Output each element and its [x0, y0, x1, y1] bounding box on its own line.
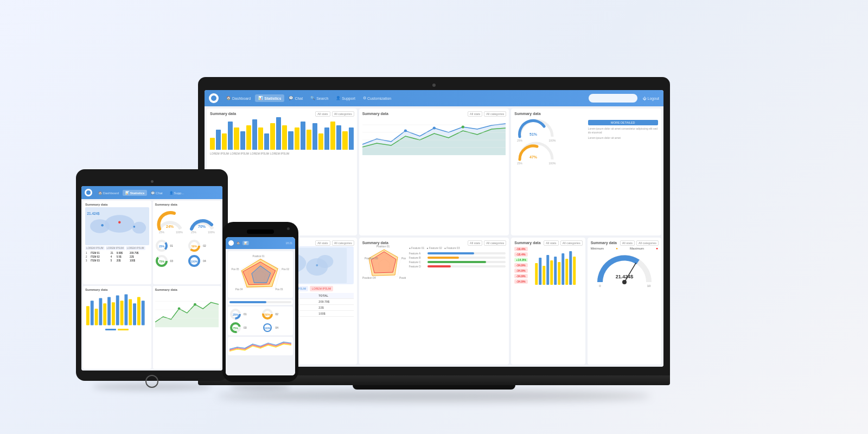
svg-text:25%: 25% — [191, 231, 197, 234]
card2-filter2[interactable]: All categories — [484, 111, 506, 117]
bar-20 — [330, 122, 335, 150]
tablet-device: 🏠 Dashboard 📊 Statistics 💬 Chat 👤 Supp..… — [76, 169, 228, 391]
tablet-nav-chat[interactable]: 💬 Chat — [148, 190, 165, 196]
svg-text:21.424$: 21.424$ — [87, 212, 100, 216]
laptop-nav: 🏠 Dashboard 📊 Statistics 💬 Chat 🔍 Search… — [205, 90, 663, 106]
laptop-logo — [209, 93, 219, 103]
phone-nav: 🏠 📊 18:21 — [226, 237, 295, 249]
phone-nav-dashboard[interactable]: 🏠 — [235, 241, 241, 245]
card1-filters: All stats All categories — [315, 111, 354, 117]
tablet-map: 21.424$ — [85, 207, 149, 245]
card2-filter1[interactable]: All stats — [468, 111, 482, 117]
nav-item-chat[interactable]: 💬 Chat — [285, 94, 306, 102]
svg-text:25%: 25% — [233, 313, 239, 316]
bar-14 — [295, 127, 299, 150]
nav-item-search[interactable]: 🔍 Search — [307, 94, 331, 102]
svg-text:25%: 25% — [159, 231, 165, 234]
laptop-shadow — [217, 391, 651, 401]
svg-text:21.424$: 21.424$ — [616, 274, 634, 279]
svg-rect-34 — [535, 263, 538, 285]
tablet-nav-support[interactable]: 👤 Supp... — [167, 190, 187, 196]
bar-9 — [264, 133, 269, 150]
tablet-nav-dashboard[interactable]: 🏠 Dashboard — [95, 190, 122, 196]
svg-point-90 — [193, 303, 196, 305]
card4-filter1[interactable]: All stats — [315, 240, 330, 246]
card1-filter2[interactable]: All categories — [332, 111, 354, 117]
svg-text:Position 02: Position 02 — [401, 257, 406, 260]
card6b-f2[interactable]: All categories — [636, 240, 659, 246]
svg-rect-78 — [99, 298, 102, 325]
laptop-card-linechart: Summary data All stats All categories — [359, 108, 509, 235]
bar-22 — [342, 131, 347, 150]
svg-rect-44 — [573, 257, 576, 285]
bar-18 — [318, 133, 323, 150]
card6a-f1[interactable]: All stats — [544, 240, 558, 246]
card6b-f1[interactable]: All stats — [620, 240, 635, 246]
svg-text:Position 01: Position 01 — [376, 245, 390, 248]
svg-rect-76 — [91, 301, 94, 325]
bar-13 — [288, 131, 293, 150]
bar-6 — [246, 125, 251, 150]
tablet-nav-statistics[interactable]: 📊 Statistics — [123, 190, 147, 196]
phone-content: Position 01 Pos 02 Pos 03 Pos 04 Pos 05 — [226, 249, 295, 375]
svg-rect-40 — [558, 262, 560, 285]
tablet-table: 1ITEM 01219.99$209.79$ 2ITEM 0245.5$22$ … — [85, 251, 149, 263]
scene: 🏠 Dashboard 📊 Statistics 💬 Chat 🔍 Search… — [11, 11, 857, 423]
svg-text:100%: 100% — [208, 231, 215, 234]
svg-point-17 — [317, 255, 333, 268]
tablet-body: 🏠 Dashboard 📊 Statistics 💬 Chat 👤 Supp..… — [76, 169, 228, 381]
svg-point-1 — [432, 127, 435, 130]
phone-nav-statistics[interactable]: 📊 — [242, 241, 249, 245]
phone-shadow — [231, 384, 290, 391]
svg-text:100%: 100% — [264, 327, 271, 330]
nav-item-support[interactable]: 👤 Support — [333, 94, 359, 102]
svg-rect-83 — [120, 301, 124, 325]
phone-progress-card — [228, 299, 293, 305]
svg-rect-85 — [129, 299, 132, 325]
card5-filter2[interactable]: All categories — [484, 240, 506, 246]
svg-point-46 — [622, 280, 627, 284]
nav-item-statistics[interactable]: 📊 Statistics — [255, 94, 284, 102]
bar-4 — [234, 127, 239, 150]
card4-filter2[interactable]: All categories — [332, 240, 354, 246]
radar-chart: Position 01 Position 02 Position 03 Posi… — [362, 246, 406, 284]
phone-camera — [287, 227, 290, 230]
bar-2 — [222, 133, 227, 150]
laptop-card-last: Summary data All stats All categories -1… — [511, 238, 661, 365]
more-detailed-button[interactable]: MORE DETAILED — [588, 120, 658, 125]
svg-rect-42 — [565, 259, 568, 285]
card6a-f2[interactable]: All categories — [560, 240, 583, 246]
svg-text:Pos 05: Pos 05 — [232, 268, 239, 271]
card2-filters: All stats All categories — [468, 111, 506, 117]
svg-rect-82 — [116, 295, 119, 325]
svg-rect-80 — [107, 297, 111, 325]
svg-rect-41 — [561, 253, 564, 285]
svg-text:24%: 24% — [165, 225, 174, 228]
card5-filter1[interactable]: All stats — [468, 240, 482, 246]
tablet-logo-inner — [86, 190, 91, 195]
svg-text:50%: 50% — [264, 313, 270, 316]
svg-text:25%: 25% — [158, 245, 164, 248]
nav-logout[interactable]: ⏻ Logout — [643, 97, 659, 100]
tablet-nav: 🏠 Dashboard 📊 Statistics 💬 Chat 👤 Supp..… — [81, 186, 222, 199]
tablet-card-barchart: Summary data — [83, 286, 151, 369]
laptop-card-gauge: Summary data 51% 25% 100% — [511, 108, 661, 235]
laptop-card-pctbars: Summary data All stats All categories -1… — [511, 238, 585, 365]
svg-rect-36 — [542, 266, 545, 285]
nav-item-dashboard[interactable]: 🏠 Dashboard — [223, 94, 254, 102]
card1-filter1[interactable]: All stats — [315, 111, 330, 117]
phone-logo — [228, 240, 234, 246]
phone-donut-card: 25% 01 50% 02 — [228, 307, 293, 335]
svg-rect-86 — [133, 303, 136, 325]
phone-line-card — [228, 337, 293, 355]
laptop-card-biggauge: Summary data All stats All categories Mi… — [588, 238, 661, 365]
bar-23 — [349, 127, 354, 150]
svg-text:25%: 25% — [517, 162, 523, 165]
nav-search-box[interactable] — [589, 94, 637, 103]
stat-labels: LOREM IPSUM LOREM IPSUM LOREM IPSUM LORE… — [210, 152, 354, 155]
svg-rect-81 — [112, 302, 115, 325]
nav-item-customization[interactable]: ⚙ Customization — [360, 94, 394, 102]
svg-point-21 — [316, 264, 318, 266]
svg-rect-75 — [86, 306, 90, 325]
bar-15 — [301, 122, 305, 150]
